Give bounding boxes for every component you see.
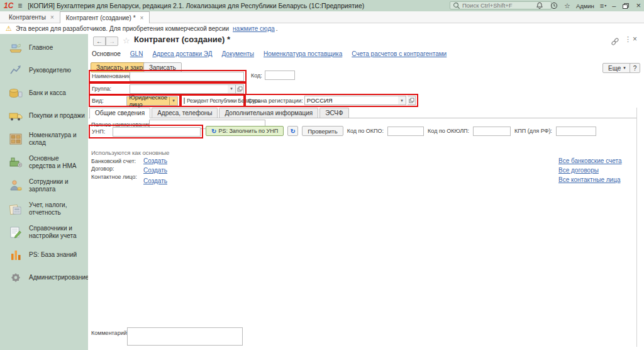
back-button[interactable]: ← [93,37,106,46]
highlight-name-field: Наименование: [89,70,247,82]
create-contact-person-link[interactable]: Создать [143,178,167,184]
help-button[interactable]: ? [630,63,640,73]
history-icon[interactable] [550,1,558,10]
all-contracts-link[interactable]: Все договоры [558,167,599,174]
desk-icon [8,41,23,55]
knowledge-base-icon [8,248,23,262]
highlight-group-field: Группа: ▾ [89,82,247,95]
tab-adresa-telefony[interactable]: Адреса, телефоны [152,108,218,118]
sidebar-item-pokupki-i-prodazhi[interactable]: Покупки и продажи [0,104,88,127]
contract-label: Договор: [91,166,114,172]
okpo-input[interactable] [387,127,424,136]
fill-by-unp-button[interactable]: ↻ PS: Заполнить по УНП [206,126,284,136]
sidebar-item-uchet-nalogi[interactable]: Учет, налоги, отчетность [0,197,88,220]
tab-close-icon[interactable]: × [50,14,54,21]
group-label: Группа: [92,86,130,92]
refresh-small-button[interactable]: ↻ [287,126,298,136]
sidebar-item-baza-znaniy[interactable]: PS: База знаний [0,244,88,266]
assets-icon [8,155,23,169]
sidebar-item-osnovnye-sredstva[interactable]: Основные средства и НМА [0,150,88,174]
country-input[interactable] [304,96,398,105]
tab-dop-informatsiya[interactable]: Дополнительная информация [219,108,318,118]
service-menu-icon[interactable]: ≡▾ [600,0,606,11]
unp-input[interactable] [113,127,201,137]
detail-tabs: Общие сведения Адреса, телефоны Дополнит… [89,108,636,118]
code-label: Код: [251,72,262,79]
highlight-country-field: Страна регистрации: ▾ [245,94,418,107]
main-menu-icon[interactable]: ≡ [18,1,22,10]
title-bar: 1С ≡ [КОПИЯ] Бухгалтерия для Беларуси, р… [0,0,644,11]
titlebar-icons: ☆ Админ ≡▾ – × [535,0,641,11]
country-label: Страна регистрации: [248,98,303,104]
sidebar-item-bank-i-kassa[interactable]: Банк и касса [0,82,88,104]
contact-person-label: Контактное лицо: [91,174,137,180]
sidebar-item-administrirovanie[interactable]: Администрирование [0,266,88,289]
tab-obshchie-svedeniya[interactable]: Общие сведения [89,108,150,118]
sidebar-item-nomenklatura-i-sklad[interactable]: Номенклатура и склад [0,127,88,150]
page-title: Контрагент (создание) * [134,35,230,44]
app-window: 1С ≡ [КОПИЯ] Бухгалтерия для Беларуси, р… [0,0,644,350]
highlight-resident-checkbox: Резидент Республики Беларусь [180,94,245,107]
kpp-input[interactable] [556,127,596,136]
all-contact-persons-link[interactable]: Все контактные лица [558,176,620,183]
check-button[interactable]: Проверить [302,126,343,136]
kontragent-form: ← → ☆ Контрагент (создание) * ⋮ × Основн… [88,34,644,350]
create-contract-link[interactable]: Создать [143,167,167,174]
sidebar-item-rukovoditelyu[interactable]: Руководителю [0,59,88,82]
defaults-caption: Используются как основные [91,149,169,156]
more-button[interactable]: Еще▾ [602,63,631,73]
close-window-icon[interactable]: × [636,0,641,11]
tab-kontragent-create[interactable]: Контрагент (создание) * × [60,11,150,23]
more-actions-icon[interactable]: ⋮ [625,35,631,43]
tab-kontragenty[interactable]: Контрагенты × [3,11,60,23]
reports-icon [8,202,23,216]
1c-logo: 1С [4,0,13,11]
window-tab-bar: Контрагенты × Контрагент (создание) * × [0,11,644,23]
highlight-unp-field: УНП: [89,125,203,138]
minimize-icon[interactable]: – [612,0,616,11]
warehouse-icon [8,132,23,146]
chevron-down-icon: ▾ [623,65,626,71]
buy-commercial-link[interactable]: нажмите сюда [233,25,275,32]
sidebar-item-spravochniki[interactable]: Справочники и настройки учета [0,220,88,244]
all-bank-accounts-link[interactable]: Все банковские счета [558,157,622,164]
favorites-star-icon[interactable]: ☆ [564,0,570,11]
nav-dokumenty[interactable]: Документы [221,50,254,57]
create-bank-account-link[interactable]: Создать [143,157,167,164]
okyulp-input[interactable] [473,127,511,136]
nav-osnovnoe[interactable]: Основное [92,50,121,57]
get-link-icon[interactable] [611,37,619,47]
sidebar-item-glavnoe[interactable]: Главное [0,37,88,59]
notifications-bell-icon[interactable] [535,1,544,10]
refresh-icon: ↻ [211,128,216,135]
kind-dropdown-icon[interactable]: ▾ [169,97,177,105]
country-choose-icon[interactable] [408,96,416,105]
tab-eschf[interactable]: ЭСЧФ [319,108,348,118]
resident-checkbox[interactable] [184,98,185,104]
code-input[interactable] [265,71,295,80]
nav-gln[interactable]: GLN [130,50,143,57]
reference-book-icon [8,225,23,239]
warning-icon: ⚠ [6,25,12,32]
nav-scheta-raschetov[interactable]: Счета расчетов с контрагентами [352,50,447,57]
tab-close-icon[interactable]: × [140,14,144,21]
comment-textarea[interactable] [127,327,243,346]
nav-adresa-dostavki[interactable]: Адреса доставки ЭД [152,50,212,57]
country-dropdown-icon[interactable]: ▾ [398,96,406,105]
window-title: [КОПИЯ] Бухгалтерия для Беларуси, редакц… [28,2,364,9]
nav-nomenklatura-postavshchika[interactable]: Номенклатура поставщика [264,50,342,57]
close-form-icon[interactable]: × [633,35,637,43]
all-links-column: Все банковские счета Все договоры Все ко… [558,157,622,183]
name-input[interactable] [130,72,244,81]
group-choose-icon[interactable] [236,84,244,94]
kind-combo[interactable]: Юридическое лицо ▾ [126,96,178,106]
sidebar-item-sotrudniki-i-zarplata[interactable]: Сотрудники и зарплата [0,174,88,197]
okpo-label: Код по ОКПО: [347,128,384,134]
forward-button[interactable]: → [106,37,118,46]
group-input[interactable] [130,84,228,94]
group-dropdown-icon[interactable]: ▾ [228,84,236,94]
favorite-star-icon[interactable]: ☆ [123,36,130,45]
current-user[interactable]: Админ [576,3,594,9]
truck-icon [8,109,23,123]
restore-window-icon[interactable] [621,2,630,10]
